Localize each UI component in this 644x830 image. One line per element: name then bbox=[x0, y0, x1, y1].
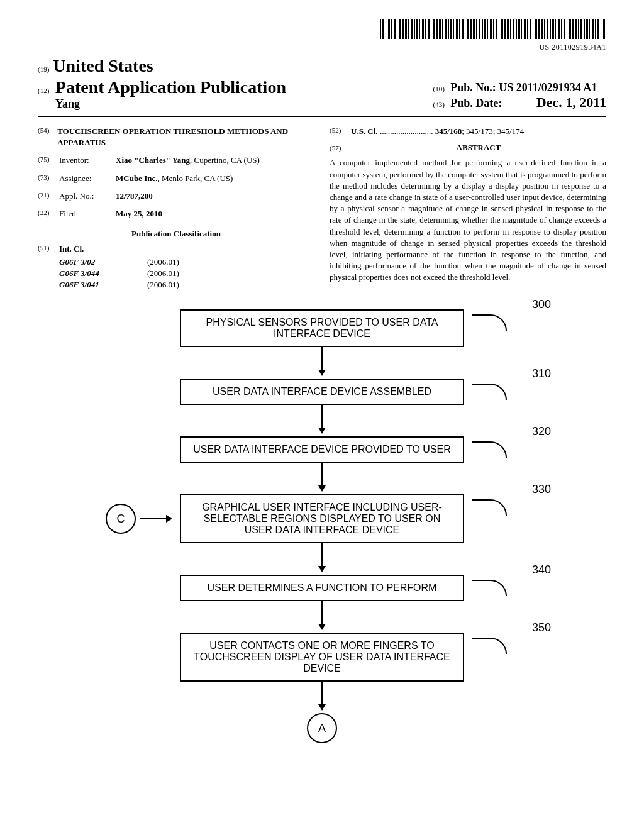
ref-connector bbox=[472, 384, 507, 400]
flow-step-300: 300 PHYSICAL SENSORS PROVIDED TO USER DA… bbox=[180, 309, 464, 347]
flow-step-text: USER DATA INTERFACE DEVICE ASSEMBLED bbox=[213, 386, 431, 397]
intcl-code: (51) bbox=[38, 243, 59, 255]
flow-step-text: PHYSICAL SENSORS PROVIDED TO USER DATA I… bbox=[206, 317, 438, 339]
doc-type-code: (12) bbox=[38, 87, 49, 94]
assignee-name: MCube Inc. bbox=[116, 174, 157, 183]
uscl-label: U.S. Cl. bbox=[351, 126, 378, 136]
assignee-code: (73) bbox=[38, 173, 59, 184]
flow-step-text: USER CONTACTS ONE OR MORE FINGERS TO TOU… bbox=[194, 640, 450, 673]
title-code: (54) bbox=[38, 126, 57, 148]
inventor-label: Inventor: bbox=[59, 155, 116, 166]
filed-value: May 25, 2010 bbox=[116, 209, 162, 218]
flow-ref-350: 350 bbox=[532, 621, 551, 634]
circle-node-a: A bbox=[307, 713, 337, 743]
flow-step-text: GRAPHICAL USER INTERFACE INCLUDING USER-… bbox=[202, 502, 442, 535]
pub-no-label: Pub. No.: bbox=[450, 81, 496, 94]
flow-ref-320: 320 bbox=[532, 425, 551, 438]
intcl-item-code: G06F 3/041 bbox=[59, 279, 122, 290]
ref-connector bbox=[472, 441, 507, 458]
abstract-heading: ABSTRACT bbox=[351, 142, 606, 153]
barcode-text: US 20110291934A1 bbox=[38, 43, 606, 52]
filed-label: Filed: bbox=[59, 208, 116, 219]
pub-no-code: (10) bbox=[433, 85, 444, 92]
header-rule bbox=[38, 116, 606, 117]
inventor-surname: Yang bbox=[55, 97, 286, 111]
uscl-code: (52) bbox=[330, 126, 351, 137]
uscl-dots: .......................... bbox=[378, 126, 435, 136]
barcode-block: US 20110291934A1 bbox=[38, 19, 606, 52]
country-name: United States bbox=[53, 56, 153, 76]
intcl-label: Int. Cl. bbox=[59, 244, 84, 253]
intcl-item-code: G06F 3/044 bbox=[59, 268, 122, 279]
inventor-name: Xiao "Charles" Yang bbox=[116, 155, 190, 165]
assignee-label: Assignee: bbox=[59, 173, 116, 184]
pub-no-value: US 2011/0291934 A1 bbox=[499, 81, 597, 94]
header: (19) United States (12) Patent Applicati… bbox=[38, 56, 606, 111]
flow-step-330: C 330 GRAPHICAL USER INTERFACE INCLUDING… bbox=[180, 494, 464, 543]
flow-connector-c: C bbox=[106, 504, 171, 534]
flow-step-310: 310 USER DATA INTERFACE DEVICE ASSEMBLED bbox=[180, 379, 464, 405]
abstract-text: A computer implemented method for perfor… bbox=[330, 157, 606, 283]
flow-ref-340: 340 bbox=[532, 563, 551, 577]
country-code: (19) bbox=[38, 65, 49, 73]
intcl-item-ver: (2006.01) bbox=[147, 268, 179, 279]
intcl-item-ver: (2006.01) bbox=[147, 279, 179, 290]
left-column: (54) TOUCHSCREEN OPERATION THRESHOLD MET… bbox=[38, 126, 314, 290]
uscl-primary: 345/168 bbox=[435, 126, 462, 136]
flow-ref-330: 330 bbox=[532, 483, 551, 496]
ref-connector bbox=[472, 499, 507, 516]
abstract-code: (57) bbox=[330, 143, 351, 153]
invention-title: TOUCHSCREEN OPERATION THRESHOLD METHODS … bbox=[57, 126, 314, 148]
filed-code: (22) bbox=[38, 208, 59, 219]
ref-connector bbox=[472, 314, 507, 331]
flow-ref-300: 300 bbox=[532, 298, 551, 311]
pubclass-heading: Publication Classification bbox=[38, 228, 314, 240]
inventor-location: , Cupertino, CA (US) bbox=[190, 155, 260, 165]
barcode bbox=[380, 19, 606, 39]
appl-value: 12/787,200 bbox=[116, 191, 153, 201]
uscl-secondary: ; 345/173; 345/174 bbox=[462, 126, 524, 136]
assignee-location: , Menlo Park, CA (US) bbox=[157, 174, 233, 183]
pub-date-value: Dec. 1, 2011 bbox=[536, 94, 606, 110]
intcl-list: G06F 3/02 (2006.01) G06F 3/044 (2006.01)… bbox=[59, 257, 314, 291]
inventor-code: (75) bbox=[38, 155, 59, 166]
appl-label: Appl. No.: bbox=[59, 191, 116, 202]
doc-type: Patent Application Publication bbox=[55, 77, 286, 97]
intcl-item-ver: (2006.01) bbox=[147, 257, 179, 268]
pub-date-code: (43) bbox=[433, 101, 444, 108]
patent-page: US 20110291934A1 (19) United States (12)… bbox=[0, 0, 644, 768]
flow-ref-310: 310 bbox=[532, 367, 551, 380]
circle-node-c: C bbox=[106, 504, 136, 534]
flowchart: 300 PHYSICAL SENSORS PROVIDED TO USER DA… bbox=[121, 309, 523, 743]
appl-code: (21) bbox=[38, 191, 59, 202]
right-column: (52) U.S. Cl. ..........................… bbox=[330, 126, 606, 290]
ref-connector bbox=[472, 638, 507, 654]
intcl-item-code: G06F 3/02 bbox=[59, 257, 122, 268]
flow-step-text: USER DATA INTERFACE DEVICE PROVIDED TO U… bbox=[193, 444, 451, 455]
flow-step-340: 340 USER DETERMINES A FUNCTION TO PERFOR… bbox=[180, 575, 464, 601]
pub-date-label: Pub. Date: bbox=[450, 97, 502, 109]
flow-step-350: 350 USER CONTACTS ONE OR MORE FINGERS TO… bbox=[180, 633, 464, 682]
arrow-right-icon bbox=[140, 518, 171, 519]
ref-connector bbox=[472, 580, 507, 596]
bibliographic-columns: (54) TOUCHSCREEN OPERATION THRESHOLD MET… bbox=[38, 126, 606, 290]
flow-step-320: 320 USER DATA INTERFACE DEVICE PROVIDED … bbox=[180, 436, 464, 463]
flow-step-text: USER DETERMINES A FUNCTION TO PERFORM bbox=[208, 582, 437, 593]
